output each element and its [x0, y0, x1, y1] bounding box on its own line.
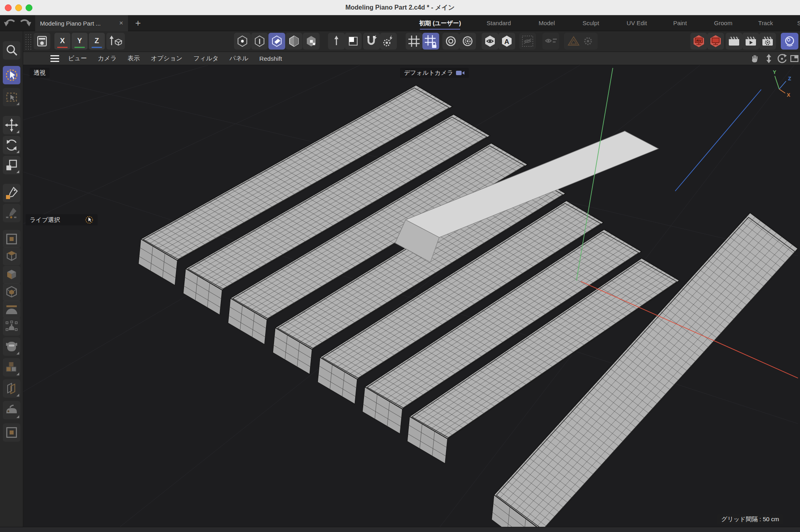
rotate-tool-button[interactable]	[3, 136, 20, 154]
camera-label-chip[interactable]: デフォルトカメラ	[400, 68, 469, 78]
snap-toggle-button[interactable]	[363, 33, 380, 50]
layout-tab-paint[interactable]: Paint	[673, 15, 687, 31]
view-type-label[interactable]: 透視	[30, 68, 50, 78]
menu-view[interactable]: ビュー	[68, 54, 87, 63]
layout-tab-startup[interactable]: 初期 (ユーザー)	[419, 15, 461, 31]
clapboard-play-icon	[742, 33, 759, 50]
camera-label: デフォルトカメラ	[404, 69, 453, 77]
search-tool-button[interactable]	[3, 41, 20, 60]
solo-visibility-button[interactable]	[482, 33, 498, 50]
gizmo-y-label: Y	[773, 69, 776, 75]
box-view-button[interactable]	[34, 33, 50, 50]
edges-mode-button[interactable]	[251, 33, 268, 50]
maximize-view-icon[interactable]	[789, 53, 800, 64]
bridge-tool-button[interactable]	[3, 300, 20, 319]
toolbar-grip[interactable]	[25, 34, 32, 50]
live-selection-mini-icon	[85, 215, 94, 224]
workplane-mode-button[interactable]	[345, 33, 362, 50]
coordinate-system-button[interactable]	[106, 33, 125, 50]
gizmo-x-label: X	[787, 92, 790, 98]
weight-tool-button[interactable]	[3, 317, 20, 336]
layout-tab-standard[interactable]: Standard	[487, 15, 511, 31]
rectangle-selection-tool-button[interactable]	[3, 88, 20, 106]
array-cubes-tool-button[interactable]	[3, 358, 20, 377]
texture-mode-button[interactable]	[303, 33, 320, 50]
extrude-tool-button[interactable]	[3, 247, 20, 265]
window-titlebar: Modeling Piano Part 2.c4d * - メイン	[0, 0, 800, 15]
layout-tab-sculpt[interactable]: Sculpt	[582, 15, 599, 31]
polygons-mode-icon	[268, 33, 285, 50]
grid-snap-button[interactable]	[406, 33, 422, 50]
layout-tab-groom[interactable]: Groom	[714, 15, 732, 31]
isolate-selection-button[interactable]	[519, 33, 536, 50]
menu-options[interactable]: オプション	[151, 54, 182, 63]
auto-mode-button[interactable]: A	[498, 33, 515, 50]
orbit-icon[interactable]	[776, 53, 788, 64]
axis-mode-button[interactable]	[328, 33, 345, 50]
box-view-icon	[34, 33, 50, 50]
object-mode-icon	[286, 33, 302, 50]
hamburger-menu-icon[interactable]	[50, 55, 59, 62]
pen-icon	[3, 185, 20, 201]
y-axis-lock-button[interactable]: Y	[72, 33, 88, 50]
smooth-shift-tool-button[interactable]	[3, 266, 20, 284]
iron-icon	[3, 402, 20, 418]
gear-ring-button[interactable]	[459, 33, 476, 50]
move-tool-button[interactable]	[3, 116, 20, 134]
layout-tab-spline[interactable]: S	[797, 15, 800, 31]
menu-camera[interactable]: カメラ	[98, 54, 117, 63]
x-axis-lock-button[interactable]: X	[54, 33, 70, 50]
grid-lock-button[interactable]	[422, 33, 439, 50]
normals-gear-icon	[564, 33, 598, 50]
slice-tool-button[interactable]	[3, 379, 20, 398]
polygons-mode-button[interactable]	[268, 33, 285, 50]
frame-tool-button[interactable]	[3, 230, 20, 248]
capture-button[interactable]	[781, 33, 798, 50]
render-view-button[interactable]	[707, 33, 724, 50]
snap-settings-button[interactable]	[380, 33, 397, 50]
active-tool-chip[interactable]: ライブ選択	[26, 214, 98, 225]
y-axis-label: Y	[77, 37, 82, 45]
layout-tab-uvedit[interactable]: UV Edit	[627, 15, 647, 31]
view-filter-button[interactable]	[542, 33, 559, 50]
iron-tool-button[interactable]	[3, 401, 20, 419]
live-selection-tool-button[interactable]	[3, 66, 20, 84]
dolly-zoom-icon[interactable]	[763, 53, 774, 64]
render-monitor-icon	[707, 33, 724, 50]
tool-sidebar	[0, 31, 23, 532]
matrix-tool-button[interactable]	[3, 423, 20, 442]
render-settings-button[interactable]	[759, 33, 776, 50]
z-axis-lock-button[interactable]: Z	[89, 33, 105, 50]
layout-tab-track[interactable]: Track	[758, 15, 773, 31]
smooth-shift-icon	[3, 267, 20, 283]
menu-filter[interactable]: フィルタ	[193, 54, 218, 63]
pen-tool-button[interactable]	[3, 184, 20, 202]
texture-mode-icon	[303, 33, 320, 50]
menu-redshift[interactable]: Redshift	[259, 55, 282, 62]
inner-extrude-tool-button[interactable]	[3, 283, 20, 301]
z-axis-label: Z	[95, 37, 99, 45]
menu-display[interactable]: 表示	[128, 54, 140, 63]
object-mode-button[interactable]	[286, 33, 302, 50]
normals-settings-button[interactable]	[564, 33, 598, 50]
clapboard-icon	[726, 33, 742, 50]
axis-mode-icon	[328, 33, 345, 50]
dotted-eye-icon	[519, 33, 536, 50]
mask-tool-button[interactable]	[3, 337, 20, 356]
pan-hand-icon[interactable]	[749, 53, 760, 64]
points-mode-button[interactable]	[234, 33, 251, 50]
sculpt-pen-tool-button[interactable]	[3, 204, 20, 222]
bottom-status-bar	[0, 527, 800, 532]
render-animation-button[interactable]	[742, 33, 759, 50]
viewport-3d-scene[interactable]	[0, 0, 800, 532]
rings-button[interactable]	[442, 33, 459, 50]
extrude-icon	[3, 248, 20, 265]
render-picture-viewer-button[interactable]	[726, 33, 742, 50]
scale-tool-button[interactable]	[3, 156, 20, 174]
axis-gizmo[interactable]: Y Z X	[758, 66, 798, 102]
menu-panel[interactable]: パネル	[230, 54, 249, 63]
layout-tab-model[interactable]: Model	[539, 15, 555, 31]
clapboard-gear-icon	[759, 33, 776, 50]
redshift-renderview-button[interactable]: RV	[690, 33, 707, 50]
rectangle-selection-icon	[3, 89, 20, 106]
